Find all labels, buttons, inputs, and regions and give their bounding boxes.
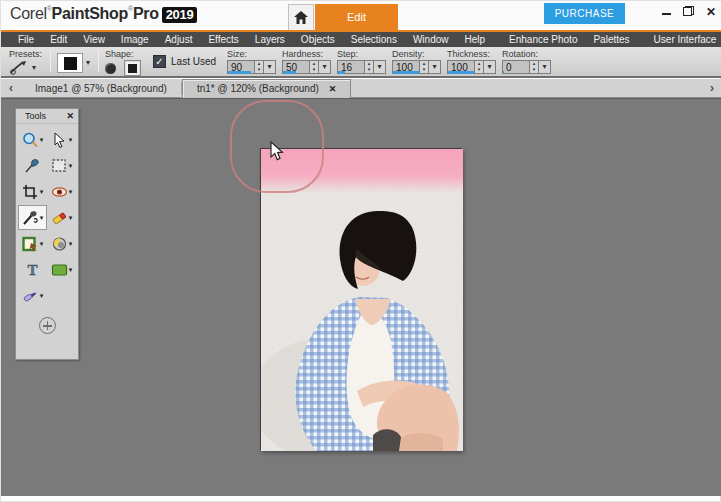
- restore-button[interactable]: [683, 6, 694, 18]
- square-tip-button[interactable]: [124, 60, 141, 76]
- menu-file[interactable]: File: [11, 34, 41, 45]
- thickness-fill-bar: [448, 71, 474, 74]
- thickness-dropdown[interactable]: ▾: [484, 60, 496, 74]
- text-tool[interactable]: T: [18, 257, 47, 282]
- crop-icon: [22, 184, 39, 200]
- last-used-group: ✓ Last Used: [145, 48, 224, 74]
- picture-frame-icon: [22, 236, 39, 252]
- step-dropdown[interactable]: ▾: [374, 60, 386, 74]
- zoom-tool[interactable]: ▾: [18, 127, 47, 152]
- menu-adjust[interactable]: Adjust: [158, 34, 200, 45]
- presets-dropdown[interactable]: ▾: [9, 60, 42, 75]
- red-eye-tool[interactable]: ▾: [47, 179, 76, 204]
- clone-brush-tool[interactable]: ▾: [18, 205, 47, 230]
- menu-image[interactable]: Image: [114, 34, 156, 45]
- density-value[interactable]: 100: [392, 60, 420, 74]
- rotation-label: Rotation:: [502, 49, 551, 59]
- thickness-spinner: Thickness: 100 ▴▾ ▾: [444, 48, 499, 74]
- tools-palette-titlebar[interactable]: Tools ✕: [16, 109, 78, 124]
- rotation-value[interactable]: 0: [502, 60, 530, 74]
- pick-arrow-icon: [51, 132, 68, 148]
- menu-window[interactable]: Window: [406, 34, 456, 45]
- picture-frame-tool[interactable]: ▾: [18, 231, 47, 256]
- hardness-stepper[interactable]: ▴▾: [310, 60, 319, 74]
- minimize-button[interactable]: [662, 6, 671, 18]
- chevron-down-icon[interactable]: ▾: [86, 59, 90, 67]
- menu-layers[interactable]: Layers: [248, 34, 292, 45]
- document-tab-bar: ‹ Image1 @ 57% (Background) tn1* @ 120% …: [1, 79, 721, 98]
- density-fill-bar: [393, 71, 419, 74]
- step-label: Step:: [337, 49, 386, 59]
- oil-brush-tool[interactable]: ▾: [18, 283, 47, 308]
- brand-year-badge: 2019: [162, 7, 198, 23]
- thickness-stepper[interactable]: ▴▾: [475, 60, 484, 74]
- last-used-label: Last Used: [171, 56, 216, 67]
- tab-image1[interactable]: Image1 @ 57% (Background): [21, 79, 181, 98]
- close-button[interactable]: ✕: [706, 6, 716, 18]
- purchase-button[interactable]: PURCHASE: [544, 3, 625, 24]
- preset-shape-tool[interactable]: ▾: [47, 257, 76, 282]
- tools-palette-title: Tools: [25, 111, 46, 121]
- rotation-fill-bar: [503, 71, 504, 74]
- menu-objects[interactable]: Objects: [294, 34, 342, 45]
- square-tip-icon: [128, 64, 137, 73]
- density-stepper[interactable]: ▴▾: [420, 60, 429, 74]
- pick-tool[interactable]: ▾: [47, 127, 76, 152]
- brush-tip-swatch[interactable]: [57, 53, 83, 73]
- text-icon: T: [24, 262, 41, 278]
- size-dropdown[interactable]: ▾: [264, 60, 276, 74]
- step-value[interactable]: 16: [337, 60, 365, 74]
- density-spinner: Density: 100 ▴▾ ▾: [389, 48, 444, 74]
- home-tab[interactable]: [288, 4, 314, 30]
- tab-scroll-right-icon[interactable]: ›: [702, 81, 721, 95]
- hardness-dropdown[interactable]: ▾: [319, 60, 331, 74]
- tab-close-icon[interactable]: ✕: [329, 84, 337, 94]
- toolbar-separator: [98, 50, 99, 72]
- menu-user-interface[interactable]: User Interface: [647, 34, 721, 45]
- menu-help[interactable]: Help: [457, 34, 492, 45]
- size-value[interactable]: 90: [227, 60, 255, 74]
- hardness-value[interactable]: 50: [282, 60, 310, 74]
- menu-selections[interactable]: Selections: [344, 34, 404, 45]
- eraser-icon: [51, 210, 68, 226]
- home-icon: [294, 11, 308, 24]
- image-canvas[interactable]: [260, 148, 462, 450]
- color-swatch-group: ▾: [55, 48, 94, 74]
- rotation-dropdown[interactable]: ▾: [539, 60, 551, 74]
- menu-bar: File Edit View Image Adjust Effects Laye…: [1, 32, 721, 47]
- step-spinner: Step: 16 ▴▾ ▾: [334, 48, 389, 74]
- density-label: Density:: [392, 49, 441, 59]
- hardness-fill-bar: [283, 71, 296, 74]
- thickness-value[interactable]: 100: [447, 60, 475, 74]
- size-stepper[interactable]: ▴▾: [255, 60, 264, 74]
- selection-tool[interactable]: ▾: [47, 153, 76, 178]
- hardness-spinner: Hardness: 50 ▴▾ ▾: [279, 48, 334, 74]
- rotation-stepper[interactable]: ▴▾: [530, 60, 539, 74]
- brush-tip-preview: [64, 57, 77, 70]
- tab-tn1-active[interactable]: tn1* @ 120% (Background) ✕: [182, 79, 351, 98]
- menu-edit[interactable]: Edit: [43, 34, 74, 45]
- brand-pro: Pro: [133, 5, 159, 22]
- round-tip-button[interactable]: [105, 63, 116, 74]
- crop-tool[interactable]: ▾: [18, 179, 47, 204]
- window-controls: ✕: [662, 3, 716, 21]
- menu-effects[interactable]: Effects: [201, 34, 245, 45]
- add-tools-button[interactable]: [39, 317, 56, 334]
- menu-view[interactable]: View: [76, 34, 112, 45]
- tools-close-icon[interactable]: ✕: [66, 111, 74, 121]
- tool-options-bar: Presets: ▾ ▾ Shape:: [1, 47, 721, 78]
- last-used-checkbox[interactable]: ✓: [153, 55, 166, 68]
- chevron-down-icon: ▾: [32, 64, 36, 72]
- menu-palettes[interactable]: Palettes: [586, 34, 636, 45]
- size-fill-bar: [228, 71, 251, 74]
- menu-enhance-photo[interactable]: Enhance Photo: [502, 34, 584, 45]
- edit-workspace-tab[interactable]: Edit: [315, 4, 398, 30]
- dodge-burn-tool[interactable]: ▾: [47, 231, 76, 256]
- tab-scroll-left-icon[interactable]: ‹: [1, 81, 21, 95]
- shape-label: Shape:: [105, 49, 141, 59]
- step-stepper[interactable]: ▴▾: [365, 60, 374, 74]
- density-dropdown[interactable]: ▾: [429, 60, 441, 74]
- eraser-tool[interactable]: ▾: [47, 205, 76, 230]
- dropper-tool[interactable]: [18, 153, 47, 178]
- preset-brush-icon: [9, 60, 29, 75]
